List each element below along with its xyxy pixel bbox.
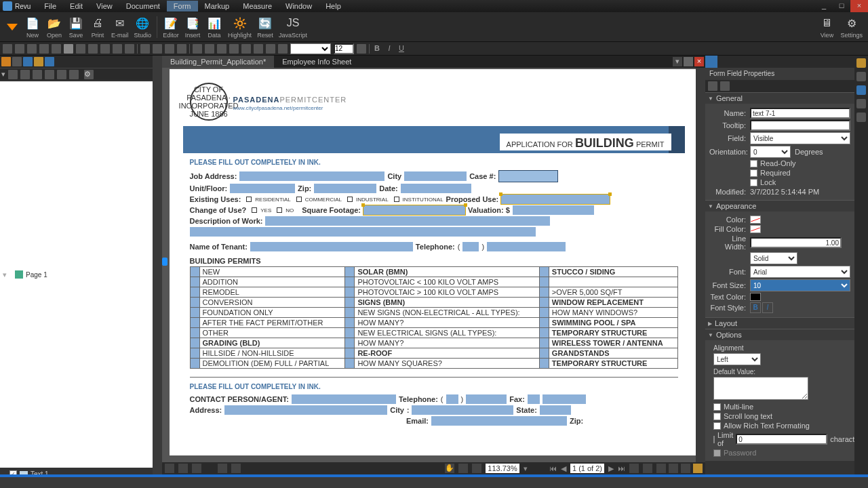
vertical-scrollbar[interactable] xyxy=(696,68,705,462)
field-description-2[interactable] xyxy=(190,227,536,237)
permit-checkbox[interactable] xyxy=(539,338,549,348)
status-icon[interactable] xyxy=(693,464,703,473)
highlight-button[interactable]: 🔆Highlight xyxy=(228,15,252,39)
permit-checkbox[interactable] xyxy=(345,267,355,277)
data-button[interactable]: 📊Data xyxy=(206,15,222,39)
strip-icon[interactable] xyxy=(856,72,866,81)
menu-measure[interactable]: Measure xyxy=(236,1,279,12)
checkbox-required[interactable] xyxy=(750,169,757,177)
checkbox-scroll[interactable] xyxy=(713,413,721,420)
document-tab[interactable]: Employee Info Sheet xyxy=(274,56,359,68)
permit-checkbox[interactable] xyxy=(539,298,549,308)
status-icon[interactable] xyxy=(681,464,690,473)
prop-tooltip-input[interactable] xyxy=(750,120,850,131)
page-indicator[interactable]: 1 (1 of 2) xyxy=(570,464,604,473)
field-zip[interactable] xyxy=(314,184,376,193)
checkbox-institutional[interactable] xyxy=(394,197,399,202)
tool-icon[interactable] xyxy=(20,70,30,79)
field-email[interactable] xyxy=(431,416,567,426)
prop-default-textarea[interactable] xyxy=(713,377,808,400)
maximize-button[interactable]: □ xyxy=(833,0,850,12)
new-button[interactable]: 📄New xyxy=(24,15,41,39)
menu-window[interactable]: Window xyxy=(279,1,319,12)
fill-color-swatch[interactable] xyxy=(750,225,761,233)
permit-checkbox[interactable] xyxy=(345,359,355,369)
permit-checkbox[interactable] xyxy=(539,267,549,277)
field-city[interactable] xyxy=(404,171,467,181)
prop-field-select[interactable]: Visible xyxy=(750,132,850,144)
prop-alignment-select[interactable]: Left xyxy=(713,353,761,365)
field-date[interactable] xyxy=(401,184,471,193)
cut-icon[interactable] xyxy=(27,44,37,54)
line-icon[interactable] xyxy=(165,44,174,54)
bookmarks-tab-icon[interactable] xyxy=(12,57,22,66)
properties-tab-icon[interactable] xyxy=(705,56,717,68)
permit-checkbox[interactable] xyxy=(539,318,549,328)
field-area-code[interactable] xyxy=(462,242,479,251)
field-contact[interactable] xyxy=(292,394,396,404)
checkbox-no[interactable] xyxy=(277,207,282,213)
tree-page-node[interactable]: ▾ Page 1 xyxy=(0,81,153,468)
delete-icon[interactable] xyxy=(64,44,73,54)
document-viewport[interactable]: CITY OF PASADENA · INCORPORATED JUNE 188… xyxy=(162,68,705,462)
prop-orientation-select[interactable]: 0 xyxy=(750,146,791,158)
zoom-icon[interactable] xyxy=(472,464,481,473)
menu-edit[interactable]: Edit xyxy=(63,1,90,12)
field-proposed-use[interactable] xyxy=(501,195,610,204)
undo-icon[interactable] xyxy=(3,44,12,54)
reset-button[interactable]: 🔄Reset xyxy=(257,15,273,39)
fit-icon[interactable] xyxy=(231,464,241,473)
list-icon[interactable] xyxy=(229,44,239,54)
field-valuation[interactable] xyxy=(513,205,594,215)
tab-split-icon[interactable] xyxy=(684,57,693,66)
permit-checkbox[interactable] xyxy=(190,348,199,359)
menu-form[interactable]: Form xyxy=(167,1,198,12)
thumbnails-tab-icon[interactable] xyxy=(1,57,11,66)
align-icon[interactable] xyxy=(205,44,214,54)
layers-tab-icon[interactable] xyxy=(34,57,43,66)
menu-file[interactable]: File xyxy=(37,1,63,12)
revu-menu-icon[interactable] xyxy=(7,24,18,30)
indent-icon[interactable] xyxy=(278,44,288,54)
permit-checkbox[interactable] xyxy=(539,287,549,298)
field-square-footage[interactable] xyxy=(363,205,465,215)
tool-icon[interactable] xyxy=(69,70,79,79)
permit-checkbox[interactable] xyxy=(539,308,549,318)
nav-icon[interactable] xyxy=(629,464,639,473)
print-button[interactable]: 🖨Print xyxy=(90,15,106,39)
menu-markup[interactable]: Markup xyxy=(198,1,237,12)
bold-button[interactable]: B xyxy=(750,302,761,313)
paste-icon[interactable] xyxy=(52,44,61,54)
indent-icon[interactable] xyxy=(266,44,275,54)
left-splitter[interactable] xyxy=(153,56,162,474)
view-button[interactable]: 🖥View xyxy=(818,15,835,39)
line-icon[interactable] xyxy=(177,44,186,54)
permit-checkbox[interactable] xyxy=(345,298,355,308)
field-address-city[interactable] xyxy=(412,405,513,415)
prop-linewidth-input[interactable] xyxy=(750,237,842,248)
menu-help[interactable]: Help xyxy=(319,1,348,12)
prop-font-select[interactable]: Arial xyxy=(750,266,850,278)
section-header-layout[interactable]: ▶Layout xyxy=(705,318,854,329)
tree-item[interactable]: ✓Text 1 xyxy=(0,469,153,474)
tool-icon[interactable] xyxy=(708,81,717,91)
permit-checkbox[interactable] xyxy=(345,287,355,298)
tool-icon[interactable] xyxy=(45,70,54,79)
field-contact-phone[interactable] xyxy=(466,394,507,404)
javascript-button[interactable]: JSJavaScript xyxy=(279,15,307,39)
select-icon[interactable] xyxy=(458,464,468,473)
checkbox-industrial[interactable] xyxy=(347,197,353,202)
tool-icon[interactable] xyxy=(720,81,730,91)
strip-icon[interactable] xyxy=(856,113,866,122)
font-color-icon[interactable] xyxy=(357,44,366,54)
permit-checkbox[interactable] xyxy=(190,328,199,338)
next-page-icon[interactable]: ▶ xyxy=(608,464,614,473)
copy-icon[interactable] xyxy=(39,44,49,54)
gear-icon[interactable]: ⚙ xyxy=(84,70,94,79)
field-contact-area[interactable] xyxy=(446,394,458,404)
strip-icon[interactable] xyxy=(856,58,866,68)
permit-checkbox[interactable] xyxy=(345,277,355,287)
checkbox-limit[interactable] xyxy=(713,436,715,443)
view-mode-icon[interactable] xyxy=(165,464,174,473)
permit-checkbox[interactable] xyxy=(190,287,199,298)
